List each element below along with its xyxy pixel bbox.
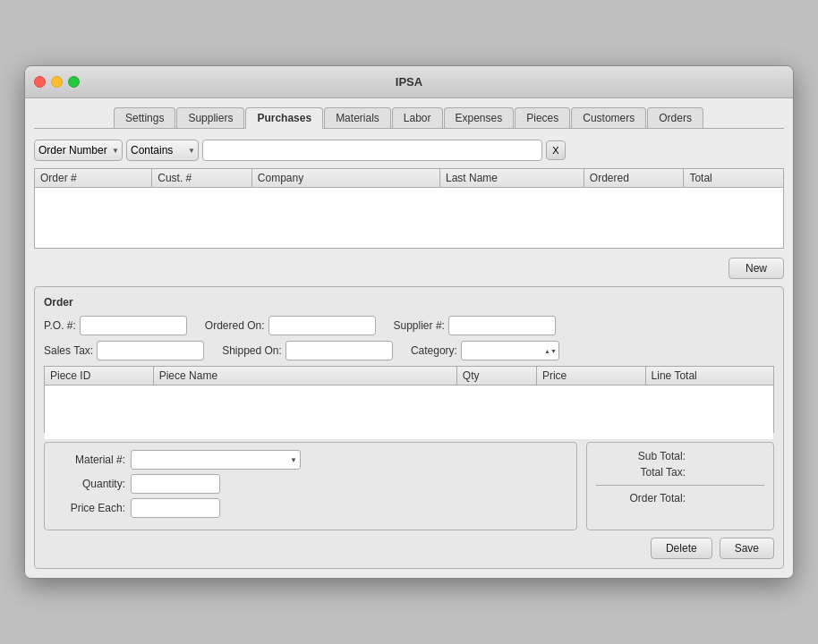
price-label: Price Each: (54, 502, 125, 514)
category-label: Category: (411, 344, 457, 357)
order-total-row: Order Total: (596, 492, 764, 504)
tab-settings[interactable]: Settings (114, 107, 175, 128)
col-company: Company (252, 169, 440, 187)
col-ordered: Ordered (584, 169, 685, 187)
col-line-total: Line Total (646, 367, 773, 385)
order-total-label: Order Total: (596, 492, 686, 504)
maximize-button[interactable] (68, 76, 80, 88)
clear-filter-button[interactable]: X (546, 140, 566, 160)
totals-panel: Sub Total: Total Tax: Order Total: (586, 442, 774, 530)
sales-tax-field-group: Sales Tax: (44, 341, 204, 360)
sales-tax-label: Sales Tax: (44, 344, 93, 357)
tab-purchases[interactable]: Purchases (245, 107, 323, 129)
total-tax-label: Total Tax: (596, 466, 686, 479)
tab-materials[interactable]: Materials (324, 107, 391, 128)
filter-condition-wrapper: Contains Equals Starts With (126, 140, 199, 161)
category-select-wrapper (461, 341, 559, 360)
new-button-row: New (34, 258, 784, 279)
tab-orders[interactable]: Orders (647, 107, 703, 128)
main-window: IPSA Settings Suppliers Purchases Materi… (24, 65, 794, 579)
material-label: Material #: (54, 453, 125, 466)
supplier-field-group: Supplier #: (394, 316, 556, 335)
tab-pieces[interactable]: Pieces (515, 107, 570, 128)
filter-condition-select[interactable]: Contains Equals Starts With (126, 140, 199, 161)
minimize-button[interactable] (51, 76, 63, 88)
content-area: Settings Suppliers Purchases Materials L… (25, 98, 793, 578)
category-select[interactable] (461, 341, 559, 360)
sub-total-row: Sub Total: (596, 450, 764, 462)
orders-table-body[interactable] (35, 188, 783, 242)
ordered-on-label: Ordered On: (205, 319, 265, 332)
sub-total-label: Sub Total: (596, 450, 686, 462)
new-button[interactable]: New (729, 258, 784, 279)
po-input[interactable] (80, 316, 187, 335)
filter-row: Order Number Cust. # Company Last Name C… (34, 140, 784, 161)
shipped-on-field-group: Shipped On: (222, 341, 393, 360)
po-field-group: P.O. #: (44, 316, 187, 335)
ordered-on-input[interactable] (268, 316, 376, 335)
tab-labor[interactable]: Labor (392, 107, 443, 128)
col-price: Price (537, 367, 646, 385)
tab-expenses[interactable]: Expenses (444, 107, 515, 128)
price-row: Price Each: €0.00 (54, 498, 567, 518)
material-row: Material #: (54, 450, 567, 470)
order-section-title: Order (44, 296, 774, 309)
category-field-group: Category: (411, 341, 559, 360)
po-label: P.O. #: (44, 319, 76, 332)
tab-bar: Settings Suppliers Purchases Materials L… (34, 107, 784, 129)
quantity-row: Quantity: (54, 474, 567, 494)
delete-button[interactable]: Delete (651, 538, 712, 559)
pieces-table-body[interactable] (45, 386, 773, 439)
window-controls (34, 76, 80, 88)
orders-table: Order # Cust. # Company Last Name Ordere… (34, 168, 784, 249)
col-total: Total (684, 169, 783, 187)
filter-value-input[interactable] (202, 140, 542, 161)
save-button[interactable]: Save (720, 538, 774, 559)
material-select[interactable] (131, 450, 301, 470)
filter-field-wrapper: Order Number Cust. # Company Last Name (34, 140, 123, 161)
ordered-on-field-group: Ordered On: (205, 316, 376, 335)
add-item-panel: Material #: Quantity: Price Each: (44, 442, 577, 530)
bottom-section: Material #: Quantity: Price Each: (44, 442, 774, 530)
pieces-table-header: Piece ID Piece Name Qty Price Line Total (45, 367, 773, 386)
sales-tax-input[interactable] (97, 341, 204, 360)
tab-customers[interactable]: Customers (571, 107, 646, 128)
col-piece-name: Piece Name (154, 367, 457, 385)
col-order-number: Order # (35, 169, 152, 187)
supplier-input[interactable] (448, 316, 556, 335)
orders-table-header: Order # Cust. # Company Last Name Ordere… (35, 169, 783, 188)
material-select-wrapper (131, 450, 301, 470)
order-row-2: Sales Tax: Shipped On: Category: (44, 341, 774, 360)
quantity-label: Quantity: (54, 478, 125, 490)
window-title: IPSA (396, 75, 422, 89)
order-section: Order P.O. #: Ordered On: Supplier #: (34, 286, 784, 569)
quantity-input[interactable] (131, 474, 220, 494)
shipped-on-input[interactable] (285, 341, 393, 360)
order-row-1: P.O. #: Ordered On: Supplier #: (44, 316, 774, 335)
action-buttons: Delete Save (44, 538, 774, 559)
supplier-label: Supplier #: (394, 319, 445, 332)
totals-divider (596, 485, 764, 486)
pieces-table: Piece ID Piece Name Qty Price Line Total (44, 366, 774, 433)
tab-suppliers[interactable]: Suppliers (176, 107, 244, 128)
col-cust-number: Cust. # (152, 169, 252, 187)
col-qty: Qty (457, 367, 537, 385)
price-input[interactable]: €0.00 (131, 498, 220, 518)
titlebar: IPSA (25, 66, 793, 98)
close-button[interactable] (34, 76, 46, 88)
shipped-on-label: Shipped On: (222, 344, 282, 357)
total-tax-row: Total Tax: (596, 466, 764, 479)
filter-field-select[interactable]: Order Number Cust. # Company Last Name (34, 140, 123, 161)
col-piece-id: Piece ID (45, 367, 154, 385)
col-last-name: Last Name (440, 169, 584, 187)
